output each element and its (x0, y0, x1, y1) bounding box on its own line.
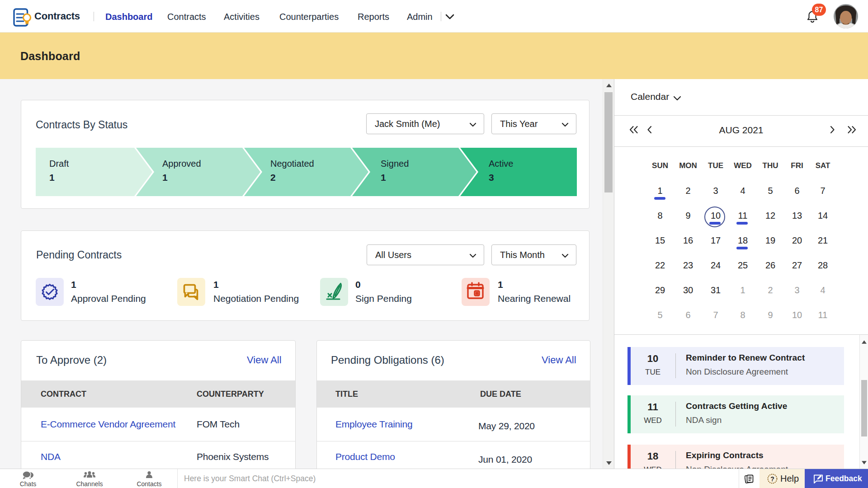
svg-text:?: ? (770, 475, 774, 483)
